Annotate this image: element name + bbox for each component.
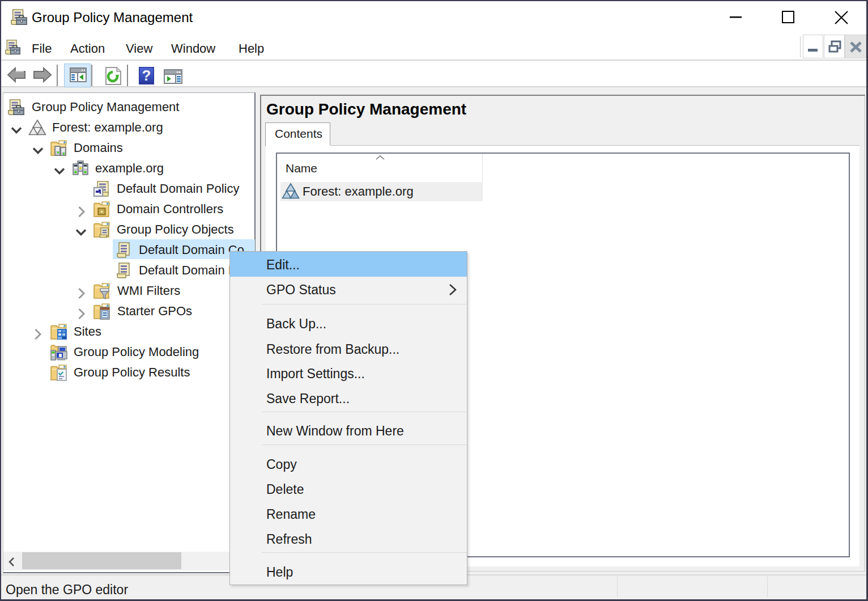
svg-text:?: ? bbox=[142, 67, 151, 84]
